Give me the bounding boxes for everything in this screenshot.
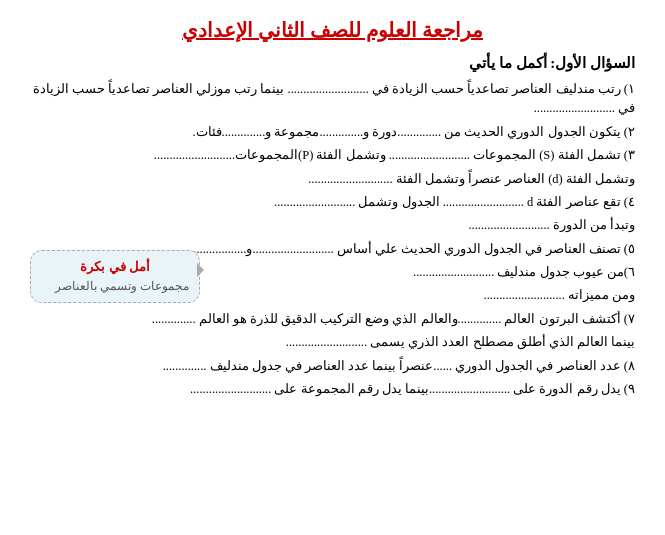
list-item: ٤) تقع عناصر الفئة d ...................… xyxy=(30,193,635,212)
bubble-text: مجموعات وتسمي بالعناصر xyxy=(41,279,189,294)
list-item: بينما العالم الذي أطلق مصطلح العدد الذري… xyxy=(30,333,635,352)
list-item: ٩) يدل رقم الدورة على ..................… xyxy=(30,380,635,399)
section-title: السؤال الأول: أكمل ما يأتي xyxy=(30,54,635,72)
list-item: وتبدأ من الدورة ........................… xyxy=(30,216,635,235)
list-item: ١) رتب مندليف العناصر تصاعدياً حسب الزيا… xyxy=(30,80,635,119)
list-item: ٢) يتكون الجدول الدوري الحديث من .......… xyxy=(30,123,635,142)
question-list: ١) رتب مندليف العناصر تصاعدياً حسب الزيا… xyxy=(30,80,635,399)
bubble-title: أمل في بكرة xyxy=(41,259,189,275)
list-item: ٧) أكتشف البرتون العالم ..............وا… xyxy=(30,310,635,329)
page-title: مراجعة العلوم للصف الثاني الإعدادي xyxy=(30,18,635,42)
page: مراجعة العلوم للصف الثاني الإعدادي السؤا… xyxy=(0,0,665,535)
list-item: ٣) تشمل الفئة (S) المجموعات ............… xyxy=(30,146,635,165)
list-item: وتشمل الفئة (d) العناصر عنصراً وتشمل الف… xyxy=(30,170,635,189)
list-item: ٨) عدد العناصر في الجدول الدوري ......عن… xyxy=(30,357,635,376)
speech-bubble: أمل في بكرة مجموعات وتسمي بالعناصر xyxy=(30,250,200,303)
